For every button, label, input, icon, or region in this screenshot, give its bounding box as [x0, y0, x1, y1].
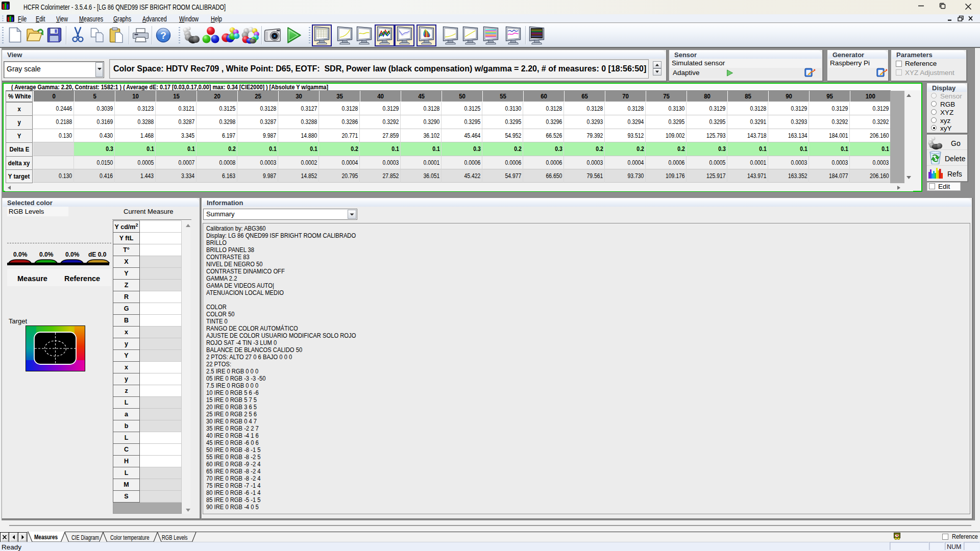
svg-text:?: ? — [160, 30, 166, 41]
